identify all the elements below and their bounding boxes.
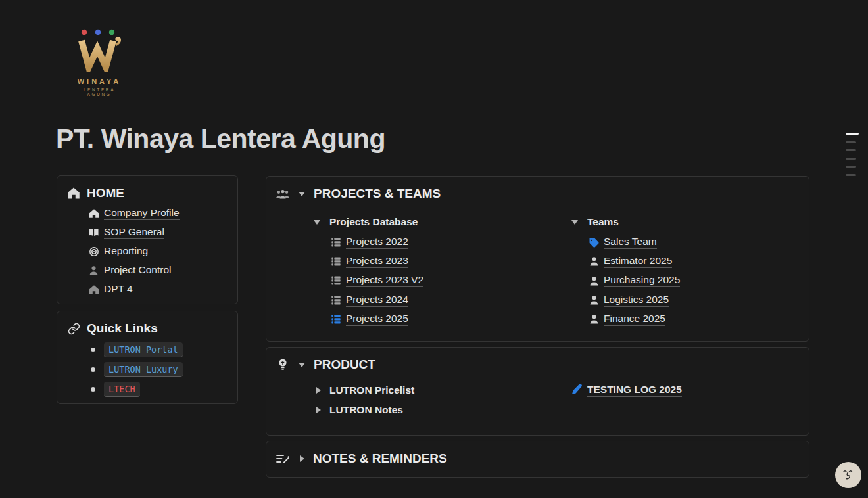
bullet-icon	[91, 387, 95, 392]
page-title: PT. Winaya Lentera Agung	[56, 124, 385, 154]
projects-database-toggle[interactable]: Projects Database	[314, 214, 423, 231]
target-icon	[88, 246, 99, 257]
database-icon	[331, 275, 341, 286]
compose-list-icon	[276, 453, 290, 464]
bullet-icon	[91, 348, 95, 352]
chevron-down-icon[interactable]	[314, 220, 320, 225]
quick-links-title: Quick Links	[87, 321, 158, 336]
notes-reminders-title: NOTES & REMINDERS	[313, 451, 447, 466]
table-of-contents-indicator[interactable]	[846, 133, 859, 182]
link-projects-2024[interactable]: Projects 2024	[331, 290, 423, 309]
database-icon	[331, 237, 341, 248]
projects-teams-title: PROJECTS & TEAMS	[314, 187, 441, 201]
home-link-sop-general[interactable]: SOP General	[88, 223, 237, 242]
logo-wordmark: WINAYA	[71, 78, 128, 85]
toc-bar	[846, 174, 856, 176]
link-purchasing-2025[interactable]: Purchasing 2025	[589, 271, 680, 290]
page-canvas: WINAYA LENTERA AGUNG PT. Winaya Lentera …	[0, 0, 868, 498]
home-link-reporting[interactable]: Reporting	[88, 242, 237, 261]
bullet-icon	[91, 367, 95, 372]
house-icon	[66, 187, 81, 200]
house-icon	[88, 208, 99, 219]
link-projects-2023[interactable]: Projects 2023	[331, 252, 423, 271]
logo-subtitle: LENTERA AGUNG	[71, 87, 128, 97]
database-icon-blue	[331, 314, 341, 325]
pen-icon	[571, 383, 583, 397]
chevron-down-icon[interactable]	[299, 192, 305, 196]
toc-bar	[846, 141, 856, 143]
projects-teams-card: PROJECTS & TEAMS Projects Database	[266, 176, 809, 342]
ai-face-icon	[840, 466, 856, 484]
company-logo: WINAYA LENTERA AGUNG	[71, 25, 128, 97]
home-card: HOME Company Profile SOP General	[57, 175, 238, 304]
person-icon	[589, 295, 599, 305]
home-link-project-control[interactable]: Project Control	[88, 261, 237, 280]
product-card: PRODUCT LUTRON Pricelist LUTRON Notes TE…	[266, 347, 809, 436]
link-logistics-2025[interactable]: Logistics 2025	[589, 290, 680, 309]
logo-green-dot	[109, 30, 114, 35]
chevron-down-icon[interactable]	[299, 363, 305, 367]
person-icon	[589, 276, 599, 286]
toc-bar	[846, 158, 856, 160]
notion-ai-button[interactable]	[835, 462, 861, 488]
home-link-dpt-4[interactable]: DPT 4	[88, 280, 237, 299]
toc-bar	[846, 133, 859, 135]
database-icon	[331, 295, 341, 306]
link-projects-2022[interactable]: Projects 2022	[331, 233, 423, 252]
projects-database-group: Projects Database Projects 2022	[314, 214, 423, 328]
logo-red-dot	[82, 30, 87, 35]
teams-group: Teams Sales Team Estimator	[571, 214, 680, 328]
logo-blue-dot	[95, 30, 101, 35]
chevron-down-icon[interactable]	[571, 220, 578, 225]
link-projects-2023-v2[interactable]: Projects 2023 V2	[331, 271, 423, 290]
house-icon	[88, 284, 99, 295]
link-projects-2025[interactable]: Projects 2025	[331, 309, 423, 328]
open-book-icon	[88, 227, 99, 237]
chevron-right-icon[interactable]	[316, 407, 321, 413]
quick-link-lutron-luxury[interactable]: LUTRON Luxury	[91, 359, 237, 379]
link-finance-2025[interactable]: Finance 2025	[589, 309, 680, 328]
link-testing-log-2025[interactable]: TESTING LOG 2025	[571, 380, 682, 400]
quick-link-ltech[interactable]: LTECH	[91, 379, 237, 399]
logo-monogram-icon	[76, 25, 122, 72]
home-card-title: HOME	[87, 186, 124, 200]
link-sales-team[interactable]: Sales Team	[589, 233, 680, 252]
link-estimator-2025[interactable]: Estimator 2025	[589, 252, 680, 271]
toc-bar	[846, 166, 856, 168]
toc-bar	[846, 149, 856, 151]
link-icon	[66, 323, 81, 335]
person-icon	[88, 265, 99, 275]
lutron-notes-toggle[interactable]: LUTRON Notes	[316, 400, 414, 420]
teams-toggle[interactable]: Teams	[571, 214, 680, 231]
database-icon	[331, 256, 341, 267]
home-link-company-profile[interactable]: Company Profile	[88, 204, 237, 223]
chevron-right-icon[interactable]	[300, 455, 304, 462]
quick-link-lutron-portal[interactable]: LUTRON Portal	[91, 340, 237, 359]
lightbulb-icon	[276, 358, 290, 372]
product-title: PRODUCT	[314, 357, 375, 372]
quick-links-card: Quick Links LUTRON Portal LUTRON Luxury …	[57, 311, 238, 404]
product-toggles-group: LUTRON Pricelist LUTRON Notes	[316, 380, 414, 420]
people-group-icon	[276, 189, 290, 199]
tag-icon	[589, 237, 599, 248]
lutron-pricelist-toggle[interactable]: LUTRON Pricelist	[316, 380, 414, 400]
person-icon	[589, 256, 599, 266]
notes-reminders-card: NOTES & REMINDERS	[266, 441, 809, 478]
person-icon	[589, 314, 599, 324]
chevron-right-icon[interactable]	[316, 387, 321, 394]
